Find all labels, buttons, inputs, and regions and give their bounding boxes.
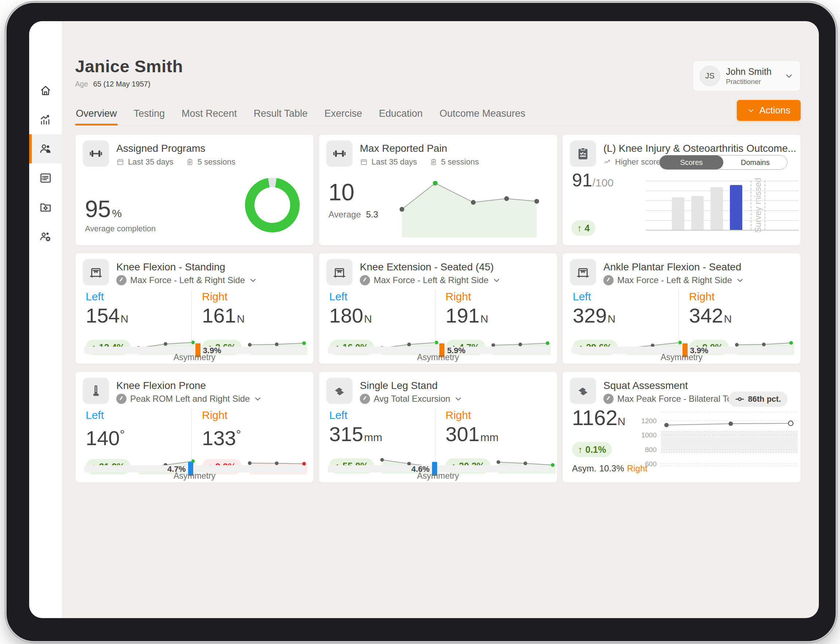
dumbbell-icon <box>83 140 109 167</box>
tab-result-table[interactable]: Result Table <box>253 104 308 125</box>
clipboard-check-icon <box>570 140 596 167</box>
metric-label: Max Force - Left & Right Side <box>617 275 732 285</box>
left-label: Left <box>329 409 435 421</box>
outcome-bar-chart: Survey missed <box>646 181 799 231</box>
outcome-score-bar <box>691 196 704 230</box>
assessment-icon <box>326 378 352 404</box>
metric-dial-icon <box>360 275 370 285</box>
analytics-icon <box>39 113 52 126</box>
asymmetry-caption: Asymmetry <box>319 471 557 481</box>
metric-dial-icon <box>603 394 614 404</box>
metric-selector[interactable]: Peak ROM Left and Right Side <box>116 394 262 404</box>
chevron-down-icon <box>249 276 257 284</box>
left-label: Left <box>329 291 435 303</box>
machine-icon <box>332 264 347 280</box>
metric-dial-icon <box>116 275 126 285</box>
calendar-icon <box>116 158 124 166</box>
tab-outcome-measures[interactable]: Outcome Measures <box>439 104 526 125</box>
completion-value: 95% <box>85 196 122 223</box>
right-label: Right <box>202 409 314 421</box>
assessment-icon <box>83 259 109 285</box>
machine-icon <box>575 264 591 280</box>
folder-gear-icon <box>39 201 52 214</box>
chevron-down-icon <box>784 71 794 80</box>
card-title: Knee Flexion Prone <box>116 380 206 391</box>
right-value: 161N <box>202 304 314 330</box>
tab-exercise[interactable]: Exercise <box>324 104 363 125</box>
user-name: John Smith <box>726 66 784 77</box>
card-title: Knee Flexion - Standing <box>116 261 225 273</box>
left-value: 140° <box>86 423 192 450</box>
main-content: Janice Smith Age65 (12 May 1957) JS John… <box>62 21 819 618</box>
assessment-card: Ankle Plantar Flexion - Seated Max Force… <box>562 253 801 364</box>
right-value: 342N <box>689 304 801 330</box>
right-value: 301mm <box>445 423 557 449</box>
asymmetry-caption: Asymmetry <box>75 352 314 362</box>
people-gear-icon <box>39 230 52 243</box>
list-icon <box>39 171 52 185</box>
assessment-card: Single Leg Stand Avg Total Excursion Lef… <box>319 371 557 483</box>
percentile-badge: 86th pct. <box>729 391 788 407</box>
force-plates-icon <box>332 383 347 398</box>
metric-dial-icon <box>116 394 126 404</box>
metric-selector[interactable]: Max Force - Left & Right Side <box>360 275 501 285</box>
asymmetry-caption: Asymmetry <box>563 352 801 362</box>
chevron-down-icon <box>492 276 501 284</box>
meta-period: Last 35 days <box>128 157 174 167</box>
right-value: 191N <box>445 304 557 330</box>
left-value: 180N <box>329 304 435 330</box>
percentile-icon <box>735 394 745 404</box>
toggle-domains[interactable]: Domains <box>723 155 787 169</box>
sidebar-item-home[interactable] <box>29 76 62 105</box>
assessment-card: Knee Flexion - Standing Max Force - Left… <box>75 253 314 364</box>
sidebar-item-user-admin[interactable] <box>29 222 62 251</box>
chevron-down-icon <box>747 107 755 115</box>
cards-grid: Assigned Programs Last 35 days 5 session… <box>75 134 802 483</box>
chevron-down-icon <box>454 394 463 403</box>
completion-caption: Average completion <box>85 224 156 233</box>
squat-trend-chart <box>661 411 798 467</box>
tab-testing[interactable]: Testing <box>133 104 166 125</box>
card-title: (L) Knee Injury & Osteoarthritis Outcome… <box>603 143 796 154</box>
assessment-icon <box>570 259 596 285</box>
assessment-icon <box>326 259 352 285</box>
left-value: 154N <box>86 304 192 330</box>
card-title: Assigned Programs <box>116 143 205 154</box>
metric-selector[interactable]: Max Force - Left & Right Side <box>116 275 257 285</box>
tab-overview[interactable]: Overview <box>75 104 118 125</box>
assessment-card: Knee Flexion Prone Peak ROM Left and Rig… <box>75 371 314 483</box>
outcome-score: 91/100 <box>572 170 614 191</box>
metric-label: Peak ROM Left and Right Side <box>130 394 250 404</box>
scores-domains-toggle: Scores Domains <box>659 155 788 170</box>
card-title: Squat Assessment <box>603 380 688 391</box>
app-screen: Janice Smith Age65 (12 May 1957) JS John… <box>29 21 819 618</box>
sidebar-item-programs[interactable] <box>29 163 62 193</box>
sidebar-item-analytics[interactable] <box>29 105 62 134</box>
right-value: 133° <box>202 423 314 450</box>
assessment-card: Knee Extension - Seated (45) Max Force -… <box>319 253 557 364</box>
metric-label: Max Peak Force - Bilateral Total <box>617 394 741 404</box>
right-label: Right <box>689 291 801 303</box>
tab-most-recent[interactable]: Most Recent <box>181 104 238 125</box>
sidebar-item-patients[interactable] <box>29 134 62 163</box>
actions-button[interactable]: Actions <box>737 100 801 121</box>
age-value: 65 (12 May 1957) <box>93 80 151 88</box>
sidebar-item-library[interactable] <box>29 193 62 222</box>
metric-selector[interactable]: Max Force - Left & Right Side <box>603 275 745 285</box>
left-label: Left <box>86 291 192 303</box>
metric-dial-icon <box>603 275 614 285</box>
outcome-score-bar <box>730 185 742 230</box>
toggle-scores[interactable]: Scores <box>660 155 723 169</box>
right-label: Right <box>445 291 557 303</box>
max-pain-card: Max Reported Pain Last 35 days 5 session… <box>319 134 557 246</box>
completion-donut <box>245 178 300 232</box>
metric-label: Max Force - Left & Right Side <box>374 275 488 285</box>
survey-missed-label: Survey missed <box>751 182 765 228</box>
user-menu[interactable]: JS John Smith Practitioner <box>693 61 801 91</box>
meta-sessions: 5 sessions <box>198 157 236 167</box>
metric-dial-icon <box>360 394 370 404</box>
tab-education[interactable]: Education <box>378 104 423 125</box>
meta-period: Last 35 days <box>372 157 417 167</box>
metric-selector[interactable]: Avg Total Excursion <box>360 394 463 404</box>
outcome-score-bar <box>672 197 684 230</box>
